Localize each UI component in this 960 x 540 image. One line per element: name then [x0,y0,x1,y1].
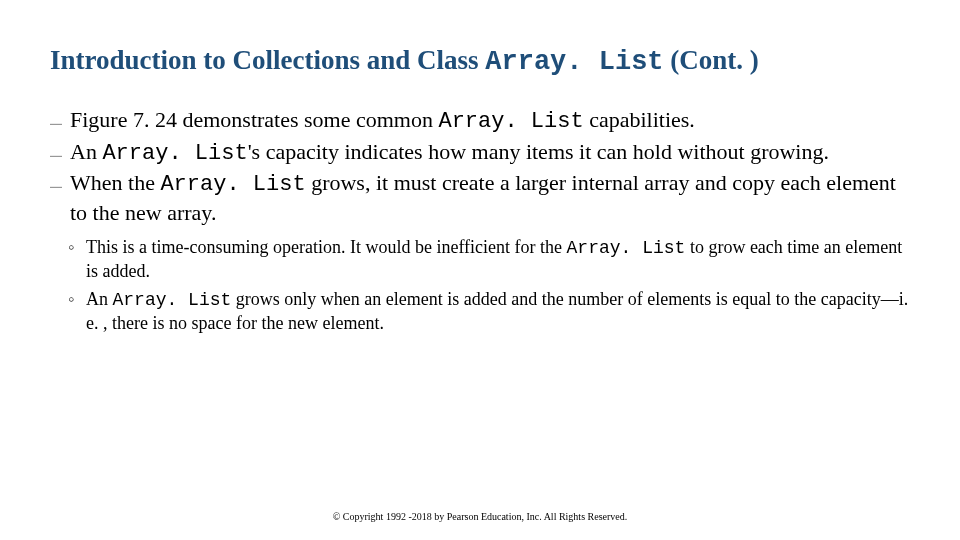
bullet-text-pre: When the [70,170,160,195]
bullet-item: An Array. List's capacity indicates how … [50,138,910,168]
bullet-code: Array. List [102,141,247,166]
bullet-item: When the Array. List grows, it must crea… [50,169,910,226]
bullet-text-pre: Figure 7. 24 demonstrates some common [70,107,438,132]
bullet-text-post: capabilities. [584,107,695,132]
bullet-list: Figure 7. 24 demonstrates some common Ar… [50,106,910,334]
title-prefix: Introduction to Collections and Class [50,45,485,75]
bullet-text-pre: An [70,139,102,164]
sub-bullet-item: This is a time-consuming operation. It w… [50,236,910,282]
title-code: Array. List [485,47,663,77]
bullet-item: Figure 7. 24 demonstrates some common Ar… [50,106,910,136]
bullet-text-post: 's capacity indicates how many items it … [248,139,829,164]
bullet-code: Array. List [160,172,305,197]
slide-title: Introduction to Collections and Class Ar… [50,44,910,78]
sub-bullet-code: Array. List [113,290,232,310]
sub-bullet-text-pre: This is a time-consuming operation. It w… [86,237,567,257]
bullet-code: Array. List [438,109,583,134]
sub-bullet-item: An Array. List grows only when an elemen… [50,288,910,334]
sub-bullet-code: Array. List [567,238,686,258]
title-suffix: (Cont. ) [664,45,759,75]
sub-bullet-list: This is a time-consuming operation. It w… [50,236,910,334]
slide: Introduction to Collections and Class Ar… [0,0,960,540]
copyright-footer: © Copyright 1992 -2018 by Pearson Educat… [0,511,960,522]
sub-bullet-text-pre: An [86,289,113,309]
